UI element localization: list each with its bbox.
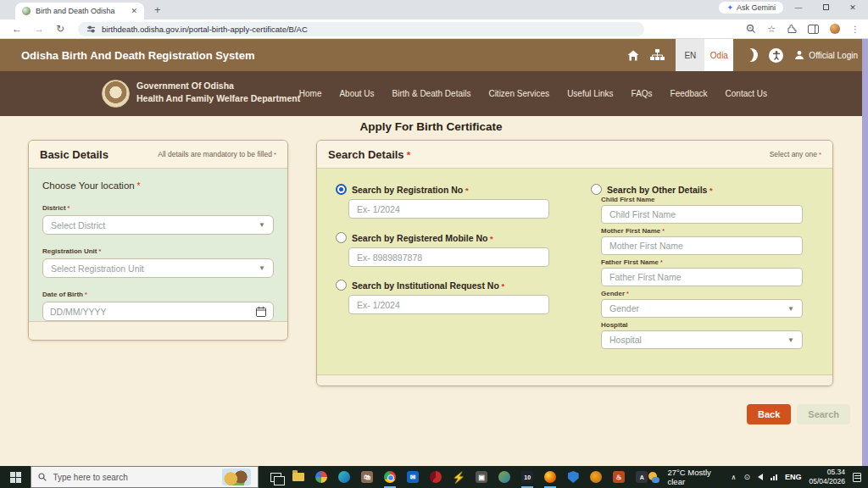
back-button[interactable]: Back	[747, 404, 791, 424]
volume-icon[interactable]	[758, 474, 763, 480]
institutional-request-input[interactable]	[348, 295, 549, 314]
action-center-icon[interactable]	[853, 473, 861, 482]
search-highlight-image[interactable]	[222, 469, 251, 485]
search-button[interactable]: Search	[797, 404, 850, 424]
department-name: Health And Family Welfare Department	[136, 93, 300, 103]
home-icon[interactable]	[627, 50, 639, 61]
page-content: Apply For Birth Certificate Basic Detail…	[0, 116, 862, 466]
chevron-down-icon: ▼	[259, 221, 265, 229]
tab-close-icon[interactable]: ✕	[131, 7, 137, 15]
nav-useful-links[interactable]: Useful Links	[567, 89, 613, 98]
mail-icon[interactable]: ✉	[406, 470, 420, 484]
radio-icon[interactable]	[336, 232, 347, 243]
clock[interactable]: 05.34 05/04/2026	[809, 468, 845, 486]
dark-mode-icon[interactable]	[744, 48, 758, 62]
forward-icon[interactable]: →	[34, 23, 44, 35]
hidden-icons-chevron[interactable]: ∧	[732, 474, 737, 481]
other-details-option[interactable]: Search by Other Details	[591, 184, 713, 195]
orange-browser-icon[interactable]	[589, 470, 603, 484]
ask-gemini-button[interactable]: ✦ Ask Gemini	[719, 2, 783, 14]
tray-app-icon[interactable]: ⊙	[743, 473, 750, 481]
flame-app-icon[interactable]: ♨	[612, 470, 626, 484]
child-first-name-input[interactable]	[601, 205, 803, 224]
windows-logo-icon	[10, 472, 21, 483]
minimize-button[interactable]: —	[787, 3, 810, 12]
institutional-request-option[interactable]: Search by Institutional Request No	[336, 280, 549, 291]
network-icon[interactable]	[771, 474, 777, 480]
app-a-icon[interactable]: A	[635, 470, 648, 484]
weather-icon[interactable]	[648, 471, 659, 484]
district-select[interactable]: Select District ▼	[42, 215, 274, 235]
chevron-down-icon: ▼	[787, 336, 794, 344]
close-button[interactable]: ✕	[841, 3, 865, 12]
hospital-select[interactable]: Hospital ▼	[601, 330, 803, 349]
file-explorer-icon[interactable]	[292, 470, 305, 484]
clock-date: 05/04/2026	[809, 477, 845, 486]
extensions-icon[interactable]	[787, 24, 797, 34]
calendar-icon[interactable]	[256, 307, 266, 317]
photos-icon[interactable]	[314, 470, 328, 484]
official-login-button[interactable]: Official Login	[794, 50, 858, 60]
media-app-icon[interactable]	[429, 470, 442, 484]
radio-selected-icon[interactable]	[336, 184, 347, 195]
side-panel-icon[interactable]	[808, 25, 819, 34]
nav-feedback[interactable]: Feedback	[670, 89, 708, 98]
globe-browser-icon[interactable]	[498, 470, 511, 484]
store-icon[interactable]: 🛍	[360, 470, 374, 484]
dob-input[interactable]	[50, 307, 256, 317]
start-button[interactable]	[0, 466, 31, 488]
address-bar[interactable]: birthdeath.odisha.gov.in/portal-birth-ap…	[78, 22, 644, 36]
nav-citizen-services[interactable]: Citizen Services	[488, 89, 549, 98]
browser-tab[interactable]: Birth and Death Odisha ✕	[15, 3, 144, 19]
tab-title: Birth and Death Odisha	[36, 7, 125, 15]
mother-first-name-input[interactable]	[601, 236, 803, 255]
lightning-app-icon[interactable]: ⚡	[452, 470, 465, 484]
father-first-name-input[interactable]	[601, 268, 803, 286]
sitemap-icon[interactable]	[650, 49, 665, 61]
registration-unit-label: Registration Unit	[42, 247, 274, 255]
mobile-no-input[interactable]	[348, 247, 549, 267]
bookmark-star-icon[interactable]: ☆	[767, 24, 776, 35]
app-ten-icon[interactable]: 10	[520, 470, 534, 484]
weather-text[interactable]: 27°C Mostly clear	[667, 468, 723, 486]
nav-birth-death-details[interactable]: Birth & Death Details	[392, 89, 471, 98]
defender-icon[interactable]	[566, 470, 580, 484]
browser-menu-icon[interactable]: ⋮	[851, 25, 860, 34]
capture-app-icon[interactable]: ▣	[475, 470, 488, 484]
registration-unit-select[interactable]: Select Registration Unit ▼	[42, 258, 274, 278]
zoom-icon[interactable]	[746, 24, 756, 34]
page-scrollbar[interactable]	[862, 39, 868, 466]
tune-icon[interactable]	[86, 25, 96, 34]
nav-faqs[interactable]: FAQs	[632, 89, 653, 98]
site-header: Odisha Birth And Death Registration Syst…	[0, 39, 868, 71]
radio-icon[interactable]	[336, 280, 347, 291]
accessibility-icon[interactable]	[769, 48, 783, 63]
new-tab-button[interactable]: +	[154, 3, 161, 16]
edge-icon[interactable]	[337, 470, 351, 484]
task-view-icon[interactable]	[269, 470, 282, 484]
url-text: birthdeath.odisha.gov.in/portal-birth-ap…	[102, 25, 308, 34]
profile-avatar[interactable]	[830, 24, 840, 34]
nav-home[interactable]: Home	[299, 89, 322, 98]
choose-location-heading: Choose Your location	[42, 180, 274, 191]
gender-select[interactable]: Gender ▼	[601, 299, 803, 318]
nav-contact-us[interactable]: Contact Us	[726, 89, 767, 98]
radio-icon[interactable]	[591, 184, 602, 195]
chrome-icon[interactable]	[383, 470, 397, 484]
language-indicator[interactable]: ENG	[785, 473, 802, 481]
reload-icon[interactable]: ↻	[56, 23, 64, 35]
registration-no-option[interactable]: Search by Registration No	[336, 184, 549, 195]
nav-about-us[interactable]: About Us	[339, 89, 374, 98]
registration-no-input[interactable]	[348, 199, 549, 219]
maximize-button[interactable]	[814, 3, 837, 12]
taskbar-search[interactable]	[31, 466, 259, 488]
back-icon[interactable]: ←	[12, 23, 22, 35]
search-icon	[38, 473, 47, 481]
firefox-icon[interactable]	[543, 470, 557, 484]
taskbar-search-input[interactable]	[53, 473, 216, 482]
lang-odia-button[interactable]: Odia	[704, 39, 733, 71]
mandatory-note: All details are mandatory to be filled	[158, 150, 276, 158]
mobile-no-option[interactable]: Search by Registered Mobile No	[336, 232, 549, 243]
lang-en-button[interactable]: EN	[676, 39, 704, 71]
main-nav: Home About Us Birth & Death Details Citi…	[299, 71, 767, 116]
